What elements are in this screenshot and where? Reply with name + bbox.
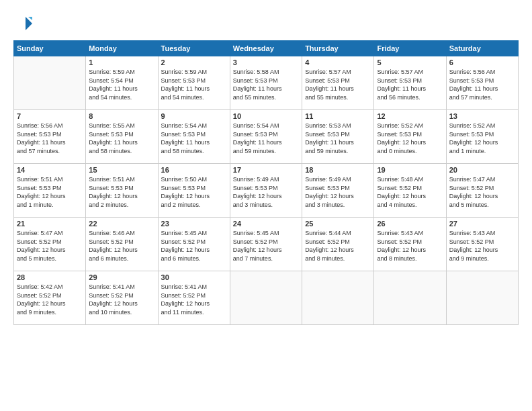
day-number: 26 [377,220,443,228]
calendar-cell: 29Sunrise: 5:41 AM Sunset: 5:52 PM Dayli… [86,271,158,325]
day-number: 23 [161,220,227,228]
day-info: Sunrise: 5:41 AM Sunset: 5:52 PM Dayligh… [161,283,227,316]
day-number: 15 [89,166,154,174]
calendar-cell: 10Sunrise: 5:54 AM Sunset: 5:53 PM Dayli… [230,110,302,164]
calendar-cell: 16Sunrise: 5:50 AM Sunset: 5:53 PM Dayli… [158,164,230,218]
day-info: Sunrise: 5:47 AM Sunset: 5:52 PM Dayligh… [449,175,515,209]
day-number: 20 [449,166,515,174]
day-info: Sunrise: 5:54 AM Sunset: 5:53 PM Dayligh… [161,122,227,155]
calendar-week-row: 7Sunrise: 5:56 AM Sunset: 5:53 PM Daylig… [14,110,519,164]
day-number: 22 [89,220,154,228]
calendar-cell: 15Sunrise: 5:51 AM Sunset: 5:53 PM Dayli… [86,164,158,218]
day-info: Sunrise: 5:49 AM Sunset: 5:53 PM Dayligh… [305,175,371,209]
day-info: Sunrise: 5:58 AM Sunset: 5:53 PM Dayligh… [233,68,299,101]
calendar-cell: 21Sunrise: 5:47 AM Sunset: 5:52 PM Dayli… [14,218,86,271]
calendar-cell: 7Sunrise: 5:56 AM Sunset: 5:53 PM Daylig… [14,110,86,164]
day-info: Sunrise: 5:56 AM Sunset: 5:53 PM Dayligh… [17,122,83,155]
day-number: 18 [305,166,371,174]
day-number: 1 [89,58,154,66]
day-header-sunday: Sunday [14,41,86,56]
calendar-cell: 1Sunrise: 5:59 AM Sunset: 5:54 PM Daylig… [86,56,158,110]
day-info: Sunrise: 5:52 AM Sunset: 5:53 PM Dayligh… [449,122,515,155]
day-number: 17 [233,166,299,174]
day-number: 30 [161,273,227,281]
calendar-cell [14,56,86,110]
day-info: Sunrise: 5:49 AM Sunset: 5:53 PM Dayligh… [233,175,299,209]
calendar-week-row: 1Sunrise: 5:59 AM Sunset: 5:54 PM Daylig… [14,56,519,110]
calendar-cell: 20Sunrise: 5:47 AM Sunset: 5:52 PM Dayli… [446,164,518,218]
day-info: Sunrise: 5:59 AM Sunset: 5:54 PM Dayligh… [89,68,154,101]
calendar-cell: 26Sunrise: 5:43 AM Sunset: 5:52 PM Dayli… [374,218,446,271]
calendar-cell: 23Sunrise: 5:45 AM Sunset: 5:52 PM Dayli… [158,218,230,271]
calendar-cell: 14Sunrise: 5:51 AM Sunset: 5:53 PM Dayli… [14,164,86,218]
day-info: Sunrise: 5:47 AM Sunset: 5:52 PM Dayligh… [17,229,83,263]
day-info: Sunrise: 5:45 AM Sunset: 5:52 PM Dayligh… [161,229,227,263]
day-number: 24 [233,220,299,228]
calendar-cell: 27Sunrise: 5:43 AM Sunset: 5:52 PM Dayli… [446,218,518,271]
day-number: 28 [17,273,83,281]
day-info: Sunrise: 5:57 AM Sunset: 5:53 PM Dayligh… [305,68,371,101]
day-info: Sunrise: 5:41 AM Sunset: 5:52 PM Dayligh… [89,283,154,316]
calendar-cell [302,271,374,325]
day-number: 9 [161,112,227,120]
calendar-week-row: 28Sunrise: 5:42 AM Sunset: 5:52 PM Dayli… [14,271,519,325]
page-header [13,13,519,34]
day-info: Sunrise: 5:44 AM Sunset: 5:52 PM Dayligh… [305,229,371,263]
day-info: Sunrise: 5:56 AM Sunset: 5:53 PM Dayligh… [449,68,515,101]
day-number: 11 [305,112,371,120]
day-number: 4 [305,58,371,66]
day-info: Sunrise: 5:43 AM Sunset: 5:52 PM Dayligh… [449,229,515,263]
day-info: Sunrise: 5:43 AM Sunset: 5:52 PM Dayligh… [377,229,443,263]
calendar-cell [230,271,302,325]
calendar-cell: 5Sunrise: 5:57 AM Sunset: 5:53 PM Daylig… [374,56,446,110]
day-info: Sunrise: 5:54 AM Sunset: 5:53 PM Dayligh… [233,122,299,155]
day-info: Sunrise: 5:46 AM Sunset: 5:52 PM Dayligh… [89,229,154,263]
day-number: 12 [377,112,443,120]
calendar-cell: 25Sunrise: 5:44 AM Sunset: 5:52 PM Dayli… [302,218,374,271]
calendar-cell: 3Sunrise: 5:58 AM Sunset: 5:53 PM Daylig… [230,56,302,110]
day-info: Sunrise: 5:53 AM Sunset: 5:53 PM Dayligh… [305,122,371,155]
calendar-cell: 30Sunrise: 5:41 AM Sunset: 5:52 PM Dayli… [158,271,230,325]
day-header-friday: Friday [374,41,446,56]
day-info: Sunrise: 5:59 AM Sunset: 5:53 PM Dayligh… [161,68,227,101]
day-header-monday: Monday [86,41,158,56]
day-header-wednesday: Wednesday [230,41,302,56]
day-info: Sunrise: 5:48 AM Sunset: 5:52 PM Dayligh… [377,175,443,209]
day-info: Sunrise: 5:51 AM Sunset: 5:53 PM Dayligh… [17,175,83,209]
day-header-saturday: Saturday [446,41,518,56]
day-number: 2 [161,58,227,66]
calendar-cell: 28Sunrise: 5:42 AM Sunset: 5:52 PM Dayli… [14,271,86,325]
calendar-week-row: 21Sunrise: 5:47 AM Sunset: 5:52 PM Dayli… [14,218,519,271]
day-number: 3 [233,58,299,66]
calendar-cell [446,271,518,325]
calendar-cell: 6Sunrise: 5:56 AM Sunset: 5:53 PM Daylig… [446,56,518,110]
day-info: Sunrise: 5:57 AM Sunset: 5:53 PM Dayligh… [377,68,443,101]
day-number: 14 [17,166,83,174]
day-info: Sunrise: 5:55 AM Sunset: 5:53 PM Dayligh… [89,122,154,155]
logo-icon [13,13,34,34]
day-number: 19 [377,166,443,174]
day-number: 21 [17,220,83,228]
calendar-cell: 12Sunrise: 5:52 AM Sunset: 5:53 PM Dayli… [374,110,446,164]
day-number: 16 [161,166,227,174]
calendar-cell: 18Sunrise: 5:49 AM Sunset: 5:53 PM Dayli… [302,164,374,218]
calendar-cell: 22Sunrise: 5:46 AM Sunset: 5:52 PM Dayli… [86,218,158,271]
calendar-cell: 11Sunrise: 5:53 AM Sunset: 5:53 PM Dayli… [302,110,374,164]
calendar-cell: 9Sunrise: 5:54 AM Sunset: 5:53 PM Daylig… [158,110,230,164]
calendar-cell: 17Sunrise: 5:49 AM Sunset: 5:53 PM Dayli… [230,164,302,218]
calendar-week-row: 14Sunrise: 5:51 AM Sunset: 5:53 PM Dayli… [14,164,519,218]
day-number: 10 [233,112,299,120]
day-number: 29 [89,273,154,281]
calendar-cell: 13Sunrise: 5:52 AM Sunset: 5:53 PM Dayli… [446,110,518,164]
day-header-tuesday: Tuesday [158,41,230,56]
day-info: Sunrise: 5:52 AM Sunset: 5:53 PM Dayligh… [377,122,443,155]
day-number: 8 [89,112,154,120]
day-info: Sunrise: 5:50 AM Sunset: 5:53 PM Dayligh… [161,175,227,209]
day-number: 6 [449,58,515,66]
logo [13,13,36,34]
calendar-cell: 24Sunrise: 5:45 AM Sunset: 5:52 PM Dayli… [230,218,302,271]
day-number: 13 [449,112,515,120]
day-info: Sunrise: 5:42 AM Sunset: 5:52 PM Dayligh… [17,283,83,316]
day-number: 25 [305,220,371,228]
day-number: 7 [17,112,83,120]
